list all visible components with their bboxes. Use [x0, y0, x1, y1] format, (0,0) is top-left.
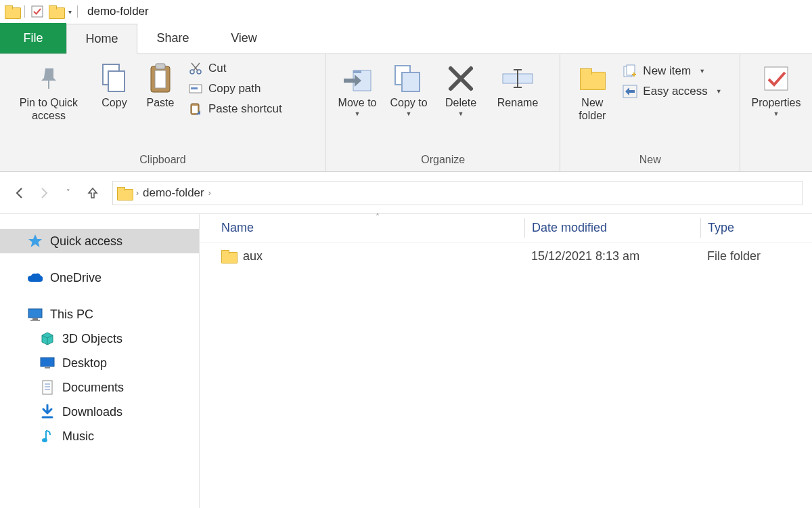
copy-label: Copy — [102, 96, 127, 109]
folder-icon — [117, 187, 132, 199]
copy-to-button[interactable]: Copy to ▼ — [383, 58, 434, 121]
sort-indicator-icon: ˄ — [376, 213, 380, 222]
svg-rect-27 — [30, 320, 40, 321]
file-name: aux — [243, 249, 263, 263]
nav-music[interactable]: Music — [0, 424, 199, 448]
file-date: 15/12/2021 8:13 am — [524, 249, 700, 263]
chevron-down-icon: ▼ — [716, 88, 722, 95]
svg-rect-14 — [353, 70, 361, 73]
svg-rect-6 — [156, 64, 165, 69]
nav-label: 3D Objects — [62, 332, 122, 346]
window-folder-icon — [47, 2, 66, 21]
tab-view[interactable]: View — [208, 23, 279, 54]
nav-downloads[interactable]: Downloads — [0, 400, 199, 424]
nav-label: Quick access — [50, 234, 122, 249]
svg-rect-12 — [192, 106, 198, 113]
nav-quick-access[interactable]: Quick access — [0, 229, 199, 253]
pin-to-quick-access-button[interactable]: Pin to Quick access — [5, 58, 92, 125]
nav-label: This PC — [50, 308, 93, 322]
onedrive-icon — [27, 270, 43, 286]
up-button[interactable] — [83, 183, 103, 203]
nav-this-pc[interactable]: This PC — [0, 302, 199, 326]
svg-rect-10 — [191, 87, 198, 89]
properties-label: Properties — [752, 96, 801, 109]
tab-home[interactable]: Home — [66, 24, 137, 54]
delete-label: Delete — [445, 96, 476, 109]
address-bar[interactable]: › demo-folder › — [112, 181, 803, 205]
tab-share[interactable]: Share — [137, 23, 208, 54]
copy-path-label: Copy path — [208, 82, 261, 96]
cut-label: Cut — [208, 62, 226, 75]
breadcrumb-current[interactable]: demo-folder — [143, 186, 204, 200]
copy-to-label: Copy to — [390, 96, 427, 109]
app-folder-icon — [3, 2, 22, 21]
this-pc-icon — [27, 306, 43, 322]
new-folder-button[interactable]: New folder — [566, 58, 618, 125]
chevron-right-icon: › — [208, 188, 211, 198]
ribbon-group-organize: Move to ▼ Copy to ▼ Delete ▼ — [326, 54, 560, 171]
column-header-name[interactable]: Name — [200, 221, 524, 235]
properties-button[interactable]: Properties ▼ — [746, 58, 807, 121]
new-item-button[interactable]: New item ▼ — [623, 64, 721, 79]
nav-onedrive[interactable]: OneDrive — [0, 266, 199, 290]
copy-icon — [100, 61, 129, 96]
desktop-icon — [39, 355, 55, 371]
svg-rect-3 — [108, 71, 125, 91]
delete-button[interactable]: Delete ▼ — [434, 58, 487, 121]
chevron-down-icon: ▼ — [699, 68, 705, 75]
easy-access-label: Easy access — [643, 85, 707, 98]
new-item-icon — [623, 64, 637, 79]
move-to-button[interactable]: Move to ▼ — [332, 58, 383, 121]
nav-3d-objects[interactable]: 3D Objects — [0, 326, 199, 351]
nav-label: Desktop — [62, 356, 107, 371]
properties-icon — [762, 61, 790, 96]
ribbon: Pin to Quick access Copy Paste — [0, 54, 812, 172]
paste-label: Paste — [147, 96, 175, 109]
file-row[interactable]: aux 15/12/2021 8:13 am File folder — [200, 242, 812, 270]
column-header-type[interactable]: Type — [700, 218, 812, 238]
svg-rect-26 — [32, 318, 38, 320]
copy-button[interactable]: Copy — [92, 58, 137, 112]
documents-icon — [39, 379, 55, 396]
paste-shortcut-icon — [188, 102, 203, 117]
properties-qat-icon[interactable] — [28, 2, 47, 21]
tab-file[interactable]: File — [0, 23, 66, 54]
back-button[interactable] — [9, 183, 30, 203]
easy-access-button[interactable]: Easy access ▼ — [623, 84, 721, 99]
chevron-down-icon: ▼ — [406, 110, 412, 118]
nav-desktop[interactable]: Desktop — [0, 351, 199, 375]
clipboard-group-label: Clipboard — [0, 151, 325, 171]
nav-label: Documents — [62, 381, 124, 395]
column-header-date[interactable]: Date modified — [524, 218, 700, 238]
chevron-down-icon: ▼ — [458, 110, 464, 118]
nav-label: Downloads — [62, 405, 122, 419]
cube-icon — [39, 331, 55, 347]
nav-label: Music — [62, 429, 94, 444]
folder-icon — [221, 250, 236, 262]
ribbon-group-clipboard: Pin to Quick access Copy Paste — [0, 54, 326, 171]
svg-point-35 — [42, 438, 47, 442]
copy-path-button[interactable]: Copy path — [188, 81, 282, 96]
paste-shortcut-button[interactable]: Paste shortcut — [188, 102, 282, 117]
easy-access-icon — [623, 84, 637, 99]
quick-access-icon — [27, 233, 43, 249]
nav-documents[interactable]: Documents — [0, 375, 199, 400]
organize-group-label: Organize — [326, 151, 560, 171]
nav-label: OneDrive — [50, 271, 102, 285]
svg-rect-30 — [43, 381, 52, 394]
navigation-pane: Quick access OneDrive This PC 3D Objects — [0, 214, 200, 508]
separator — [24, 5, 25, 18]
music-icon — [39, 428, 55, 444]
delete-icon — [447, 61, 475, 96]
rename-button[interactable]: Rename — [487, 58, 548, 112]
ribbon-group-open: Properties ▼ — [740, 54, 812, 171]
cut-button[interactable]: Cut — [188, 61, 282, 76]
recent-locations-button[interactable]: ˅ — [58, 183, 78, 203]
main-area: Quick access OneDrive This PC 3D Objects — [0, 214, 812, 508]
forward-button[interactable] — [34, 183, 54, 203]
qat-dropdown-icon[interactable]: ▾ — [68, 8, 72, 16]
paste-button[interactable]: Paste — [137, 58, 184, 112]
downloads-icon — [39, 404, 55, 420]
paste-icon — [147, 61, 174, 96]
rename-icon — [501, 61, 534, 96]
